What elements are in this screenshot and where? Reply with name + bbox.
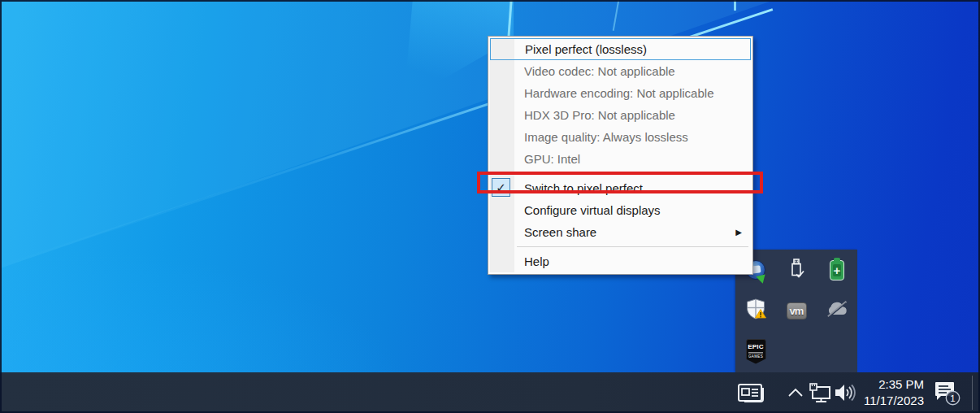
menu-item-label: Video codec: Not applicable [524, 64, 675, 78]
vmware-tools-icon[interactable]: vm [787, 302, 807, 320]
epic-games-icon[interactable]: EPIC GAMES [746, 339, 766, 364]
remote-desktop-screen: + vm EPIC GAMES [0, 0, 980, 413]
menu-item-help[interactable]: Help [490, 250, 751, 272]
show-desktop-button[interactable] [972, 376, 973, 410]
menu-item-image-quality: Image quality: Always lossless [490, 126, 751, 148]
notification-badge: 1 [950, 393, 955, 403]
tray-overflow-popup: + vm EPIC GAMES [735, 250, 857, 372]
menu-item-hardware-encoding: Hardware encoding: Not applicable [490, 82, 751, 104]
clock-time: 2:35 PM [856, 376, 924, 393]
menu-item-label: Hardware encoding: Not applicable [524, 86, 713, 100]
menu-item-label: GPU: Intel [524, 152, 580, 166]
menu-item-video-codec: Video codec: Not applicable [490, 60, 751, 82]
hdx-status-context-menu: Pixel perfect (lossless) Video codec: No… [488, 36, 753, 275]
menu-item-pixel-perfect[interactable]: Pixel perfect (lossless) [490, 38, 751, 60]
windows-security-icon[interactable] [744, 297, 768, 324]
menu-item-label: Screen share [524, 225, 596, 239]
battery-status-icon[interactable]: + [830, 260, 844, 280]
network-icon[interactable] [808, 380, 834, 405]
clock-date: 11/17/2023 [856, 393, 924, 409]
taskbar: 2:35 PM 11/17/2023 1 [0, 372, 980, 413]
menu-item-label: Image quality: Always lossless [524, 130, 688, 144]
menu-item-label: Help [524, 254, 549, 268]
menu-separator [490, 243, 751, 250]
menu-item-label: Configure virtual displays [524, 203, 661, 217]
show-hidden-icons-chevron[interactable] [785, 385, 806, 401]
submenu-arrow-icon: ▶ [735, 228, 742, 237]
menu-item-screen-share[interactable]: Screen share ▶ [490, 221, 751, 243]
action-center-icon[interactable]: 1 [930, 379, 964, 408]
wallpaper-pane-divider [734, 0, 736, 11]
volume-icon[interactable] [832, 380, 858, 405]
menu-item-label: Pixel perfect (lossless) [525, 42, 647, 56]
news-and-interests-icon[interactable] [734, 380, 770, 405]
menu-item-hdx-3d-pro: HDX 3D Pro: Not applicable [490, 104, 751, 126]
menu-item-configure-virtual-displays[interactable]: Configure virtual displays [490, 199, 751, 221]
annotation-rectangle [477, 172, 763, 193]
usb-device-icon[interactable] [785, 257, 808, 283]
onedrive-offline-icon[interactable] [825, 299, 849, 322]
menu-item-label: HDX 3D Pro: Not applicable [524, 108, 675, 122]
taskbar-clock[interactable]: 2:35 PM 11/17/2023 [856, 376, 924, 409]
menu-item-gpu: GPU: Intel [490, 148, 751, 170]
